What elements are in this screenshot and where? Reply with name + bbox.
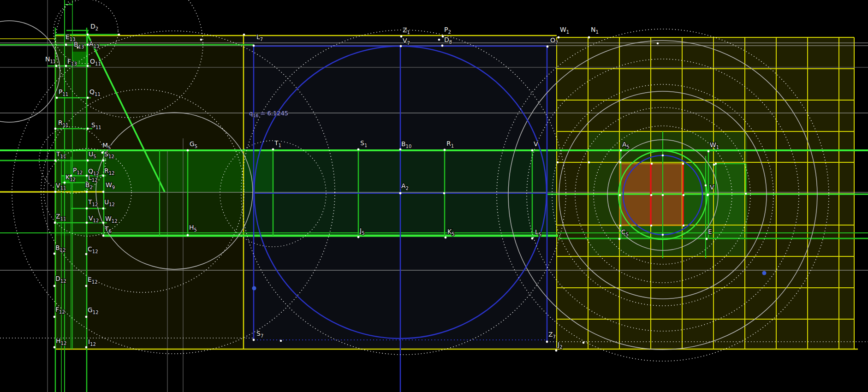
point-marker[interactable] [713, 164, 715, 166]
point-marker[interactable] [650, 194, 653, 196]
point-W9[interactable] [102, 191, 105, 193]
point-marker[interactable] [438, 39, 440, 41]
point-P12[interactable] [70, 175, 72, 177]
point-W12[interactable] [102, 222, 105, 224]
point-U12[interactable] [102, 208, 105, 210]
point-J5[interactable] [357, 236, 360, 238]
point-P2[interactable] [442, 36, 444, 38]
point-T1[interactable] [272, 148, 274, 151]
point-S1[interactable] [357, 148, 360, 151]
point-marker[interactable] [443, 192, 446, 195]
point-C5[interactable] [618, 238, 621, 240]
point-Q12[interactable] [86, 175, 88, 177]
point-A2[interactable] [399, 192, 402, 195]
geometry-app-canvas: D2E13B13A13N11F13O11P11Q11R11S11L7Z1V7P2… [0, 0, 868, 392]
point-K12[interactable] [64, 182, 66, 184]
blue-point-marker[interactable] [252, 286, 256, 291]
point-marker[interactable] [557, 161, 559, 164]
point-A5[interactable] [620, 149, 622, 152]
blue-point-marker[interactable] [762, 271, 767, 275]
point-marker[interactable] [715, 163, 717, 165]
point-L7[interactable] [253, 45, 255, 47]
point-marker[interactable] [705, 184, 707, 187]
point-label-N1: N1 [591, 26, 599, 35]
point-W1[interactable] [558, 36, 560, 39]
point-E13[interactable] [65, 44, 67, 46]
point-S7[interactable] [253, 339, 255, 341]
point-K5[interactable] [445, 237, 447, 239]
point-marker[interactable] [588, 161, 590, 164]
point-H5[interactable] [187, 234, 189, 237]
point-Z11[interactable] [54, 222, 56, 224]
point-V12[interactable] [86, 222, 88, 224]
point-H12[interactable] [54, 346, 56, 349]
point-Q11[interactable] [87, 97, 89, 99]
point-B10[interactable] [399, 148, 402, 151]
point-label-P2: P2 [444, 26, 451, 35]
point-V[interactable] [707, 194, 709, 196]
point-V11[interactable] [54, 191, 57, 193]
point-marker[interactable] [682, 163, 684, 165]
point-label-W1: W1 [560, 26, 569, 35]
point-J2[interactable] [555, 350, 558, 352]
point-O11[interactable] [87, 65, 89, 67]
point-V[interactable] [531, 149, 534, 152]
point-M5[interactable] [101, 152, 104, 154]
point-U5[interactable] [87, 160, 89, 162]
point-marker[interactable] [118, 34, 120, 36]
point-C12[interactable] [85, 253, 88, 255]
point-I12[interactable] [85, 346, 88, 349]
point-S12[interactable] [102, 160, 105, 162]
point-S11[interactable] [87, 128, 89, 130]
point-E[interactable] [706, 238, 708, 240]
point-marker[interactable] [650, 225, 653, 227]
diagram-canvas[interactable]: D2E13B13A13N11F13O11P11Q11R11S11L7Z1V7P2… [0, 0, 868, 392]
point-L5[interactable] [531, 238, 534, 240]
point-marker[interactable] [619, 225, 622, 227]
point-marker[interactable] [651, 163, 653, 165]
point-label-D2: D2 [90, 23, 98, 31]
point-label-V: V [710, 184, 714, 191]
point-marker[interactable] [243, 34, 245, 36]
point-marker[interactable] [657, 42, 659, 45]
point-marker[interactable] [619, 194, 621, 196]
point-N1[interactable] [588, 36, 590, 39]
point-F12[interactable] [54, 316, 56, 318]
point-marker[interactable] [662, 234, 664, 236]
point-marker[interactable] [745, 193, 747, 195]
point-D12[interactable] [54, 285, 56, 287]
point-V7[interactable] [400, 45, 402, 48]
point-marker[interactable] [662, 154, 664, 157]
point-marker[interactable] [583, 342, 585, 344]
point-O7[interactable] [547, 46, 549, 48]
point-W1[interactable] [707, 150, 710, 153]
point-marker[interactable] [619, 161, 622, 164]
point-T12[interactable] [86, 208, 88, 210]
point-G5[interactable] [187, 149, 189, 152]
point-marker[interactable] [662, 194, 664, 196]
point-D2[interactable] [87, 34, 89, 36]
point-B12[interactable] [54, 253, 56, 255]
point-B2[interactable] [86, 191, 88, 193]
point-Z1[interactable] [400, 36, 403, 38]
point-A13[interactable] [87, 44, 89, 46]
point-R12[interactable] [102, 175, 105, 177]
point-R1[interactable] [444, 149, 446, 151]
point-N11[interactable] [55, 65, 58, 67]
point-F13[interactable] [65, 65, 67, 67]
point-R11[interactable] [54, 128, 57, 130]
point-G12[interactable] [85, 316, 88, 318]
point-label-Z1: Z1 [403, 26, 410, 35]
point-T11[interactable] [54, 160, 57, 162]
point-marker[interactable] [683, 194, 685, 196]
point-marker[interactable] [280, 340, 282, 342]
point-marker[interactable] [200, 39, 202, 41]
point-marker[interactable] [683, 225, 685, 227]
point-E12[interactable] [85, 285, 88, 287]
point-P11[interactable] [56, 97, 58, 99]
point-T6[interactable] [102, 235, 105, 237]
point-label-N11: N11 [45, 55, 56, 64]
point-label-V: V [534, 140, 538, 148]
point-D8[interactable] [441, 45, 444, 47]
point-Z7[interactable] [546, 341, 548, 343]
